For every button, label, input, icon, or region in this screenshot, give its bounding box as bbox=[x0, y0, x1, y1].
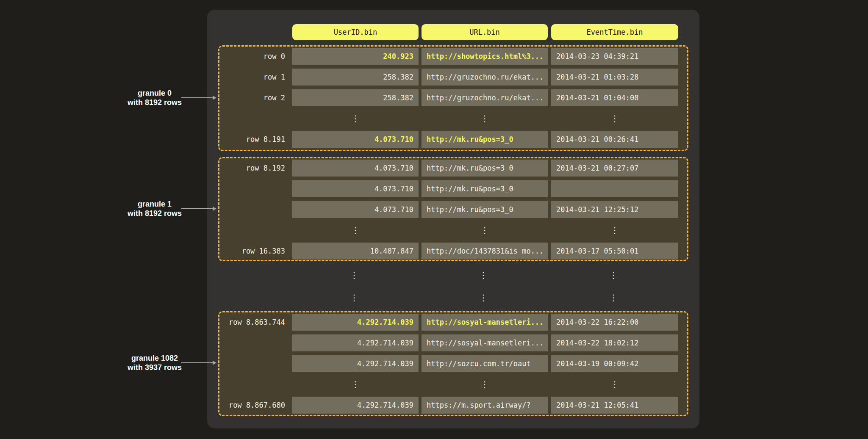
url-cell: http://mk.ru&pos=3_0 bbox=[422, 180, 548, 197]
url-cell: http://mk.ru&pos=3_0 bbox=[422, 131, 548, 148]
granule-1082-sublabel: with 3937 rows bbox=[128, 363, 182, 372]
url-cell: http://mk.ru&pos=3_0 bbox=[422, 201, 548, 218]
eventtime-cell bbox=[551, 180, 678, 197]
granule-1082-arrow-icon bbox=[181, 362, 213, 363]
url-cell: http://sosyal-mansetleri... bbox=[422, 314, 548, 331]
url-cell: http://sosyal-mansetleri... bbox=[422, 334, 548, 351]
table-row: row 8.863.744 4.292.714.039 http://sosya… bbox=[219, 314, 687, 331]
ellipsis-row: ⋮ ⋮ ⋮ bbox=[218, 268, 688, 282]
vertical-ellipsis-icon: ⋮ bbox=[291, 290, 417, 305]
row-label: row 8.192 bbox=[219, 160, 292, 177]
table-row: row 16.383 10.487.847 http://doc/1437831… bbox=[219, 243, 687, 260]
url-cell: http://showtopics.html%3... bbox=[422, 48, 548, 65]
url-cell: http://sozcu.com.tr/oaut bbox=[422, 355, 548, 372]
ellipsis-row: ⋮ ⋮ ⋮ bbox=[219, 376, 687, 393]
eventtime-cell: 2014-03-19 00:09:42 bbox=[551, 355, 678, 372]
row-label bbox=[219, 222, 292, 239]
row-label: row 8.191 bbox=[219, 131, 292, 148]
eventtime-cell: 2014-03-23 04:39:21 bbox=[551, 48, 678, 65]
table-row: row 0 240.923 http://showtopics.html%3..… bbox=[219, 48, 687, 65]
userid-cell: 4.073.710 bbox=[292, 201, 419, 218]
row-label: row 8.863.744 bbox=[219, 314, 292, 331]
row-label bbox=[219, 376, 292, 393]
row-label: row 8.867.680 bbox=[219, 397, 292, 414]
vertical-ellipsis-icon: ⋮ bbox=[292, 376, 419, 393]
row-label: row 1 bbox=[219, 69, 292, 86]
userid-cell: 10.487.847 bbox=[292, 243, 419, 260]
ellipsis-row: ⋮ ⋮ ⋮ bbox=[219, 222, 687, 239]
eventtime-cell: 2014-03-21 00:26:41 bbox=[551, 131, 678, 148]
vertical-ellipsis-icon: ⋮ bbox=[420, 290, 546, 305]
column-header-url: URL.bin bbox=[422, 24, 548, 40]
vertical-ellipsis-icon: ⋮ bbox=[551, 376, 678, 393]
userid-cell: 4.073.710 bbox=[292, 160, 419, 177]
row-label bbox=[219, 180, 292, 197]
vertical-ellipsis-icon: ⋮ bbox=[422, 110, 548, 127]
eventtime-cell: 2014-03-21 12:25:12 bbox=[551, 201, 678, 218]
granule-1-label: granule 1 bbox=[138, 200, 172, 208]
granule-1082-box: row 8.863.744 4.292.714.039 http://sosya… bbox=[218, 311, 688, 416]
table-row: row 8.867.680 4.292.714.039 https://m.sp… bbox=[219, 397, 687, 414]
vertical-ellipsis-icon: ⋮ bbox=[551, 222, 678, 239]
table-row: 4.292.714.039 http://sozcu.com.tr/oaut 2… bbox=[219, 355, 687, 372]
table-row: 4.073.710 http://mk.ru&pos=3_0 bbox=[219, 180, 687, 197]
userid-cell: 4.292.714.039 bbox=[292, 334, 419, 351]
column-header-eventtime: EventTime.bin bbox=[551, 24, 678, 40]
granules-diagram: UserID.bin URL.bin EventTime.bin row 0 2… bbox=[0, 0, 868, 439]
userid-cell: 4.292.714.039 bbox=[292, 314, 419, 331]
row-label: row 0 bbox=[219, 48, 292, 65]
granule-1-arrow-icon bbox=[181, 208, 213, 209]
vertical-ellipsis-icon: ⋮ bbox=[291, 268, 417, 282]
url-cell: http://gruzochno.ru/ekat... bbox=[422, 69, 548, 86]
row-label bbox=[219, 334, 292, 351]
table-row: 4.073.710 http://mk.ru&pos=3_0 2014-03-2… bbox=[219, 201, 687, 218]
userid-cell: 258.382 bbox=[292, 89, 419, 106]
row-label: row 2 bbox=[219, 89, 292, 106]
granule-1-box: row 8.192 4.073.710 http://mk.ru&pos=3_0… bbox=[218, 157, 688, 261]
vertical-ellipsis-icon: ⋮ bbox=[422, 376, 548, 393]
table-row: 4.292.714.039 http://sosyal-mansetleri..… bbox=[219, 334, 687, 351]
vertical-ellipsis-icon: ⋮ bbox=[292, 222, 419, 239]
vertical-ellipsis-icon: ⋮ bbox=[550, 268, 677, 282]
ellipsis-row: ⋮ ⋮ ⋮ bbox=[218, 290, 688, 305]
vertical-ellipsis-icon: ⋮ bbox=[550, 290, 677, 305]
column-header-userid: UserID.bin bbox=[292, 24, 419, 40]
eventtime-cell: 2014-03-21 01:03:28 bbox=[551, 69, 678, 86]
url-cell: http://mk.ru&pos=3_0 bbox=[422, 160, 548, 177]
eventtime-cell: 2014-03-21 00:27:07 bbox=[551, 160, 678, 177]
table-row: row 8.191 4.073.710 http://mk.ru&pos=3_0… bbox=[219, 131, 687, 148]
ellipsis-row: ⋮ ⋮ ⋮ bbox=[219, 110, 687, 127]
granule-0-label: granule 0 bbox=[138, 89, 172, 97]
row-label bbox=[219, 355, 292, 372]
table-row: row 8.192 4.073.710 http://mk.ru&pos=3_0… bbox=[219, 160, 687, 177]
url-cell: http://gruzochno.ru/ekat... bbox=[422, 89, 548, 106]
row-label bbox=[219, 201, 292, 218]
userid-cell: 4.292.714.039 bbox=[292, 397, 419, 414]
vertical-ellipsis-icon: ⋮ bbox=[292, 110, 419, 127]
granule-0-arrow-icon bbox=[181, 97, 213, 98]
eventtime-cell: 2014-03-17 05:50:01 bbox=[551, 243, 678, 260]
userid-cell: 4.073.710 bbox=[292, 180, 419, 197]
eventtime-cell: 2014-03-21 12:05:41 bbox=[551, 397, 678, 414]
userid-cell: 258.382 bbox=[292, 69, 419, 86]
granule-1082-label: granule 1082 bbox=[131, 354, 178, 362]
row-label bbox=[219, 110, 292, 127]
userid-cell: 4.292.714.039 bbox=[292, 355, 419, 372]
eventtime-cell: 2014-03-22 18:02:12 bbox=[551, 334, 678, 351]
row-label: row 16.383 bbox=[219, 243, 292, 260]
table-row: row 1 258.382 http://gruzochno.ru/ekat..… bbox=[219, 69, 687, 86]
table-row: row 2 258.382 http://gruzochno.ru/ekat..… bbox=[219, 89, 687, 106]
userid-cell: 240.923 bbox=[292, 48, 419, 65]
userid-cell: 4.073.710 bbox=[292, 131, 419, 148]
vertical-ellipsis-icon: ⋮ bbox=[420, 268, 546, 282]
vertical-ellipsis-icon: ⋮ bbox=[422, 222, 548, 239]
eventtime-cell: 2014-03-21 01:04:08 bbox=[551, 89, 678, 106]
eventtime-cell: 2014-03-22 16:22:00 bbox=[551, 314, 678, 331]
granule-0-sublabel: with 8192 rows bbox=[128, 98, 182, 107]
vertical-ellipsis-icon: ⋮ bbox=[551, 110, 678, 127]
url-cell: https://m.sport.airway/? bbox=[422, 397, 548, 414]
url-cell: http://doc/1437831&is_mo... bbox=[422, 243, 548, 260]
granule-1-sublabel: with 8192 rows bbox=[128, 209, 182, 218]
granule-0-box: row 0 240.923 http://showtopics.html%3..… bbox=[218, 45, 688, 151]
